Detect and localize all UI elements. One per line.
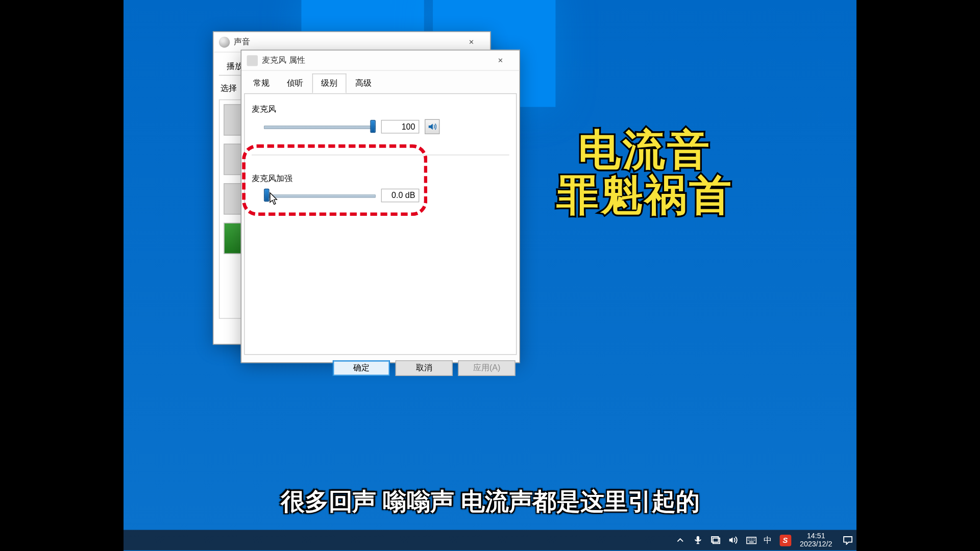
mic-boost-slider[interactable] [264, 190, 376, 202]
microphone-tray-icon[interactable] [693, 535, 703, 545]
levels-pane: 麦克风 100 [244, 93, 517, 355]
svg-rect-1 [712, 537, 718, 542]
mic-tabbar: 常规 侦听 级别 高级 [241, 71, 520, 93]
ok-button[interactable]: 确定 [333, 360, 390, 376]
tray-overflow-icon[interactable] [675, 535, 685, 545]
mic-level-label: 麦克风 [252, 104, 509, 115]
mic-title: 麦克风 属性 [262, 55, 487, 66]
mic-boost-label: 麦克风加强 [252, 173, 509, 185]
mic-titlebar[interactable]: 麦克风 属性 ✕ [241, 51, 520, 71]
touch-keyboard-icon[interactable] [746, 535, 756, 545]
annotation-text: 电流音 罪魁祸首 [539, 128, 750, 219]
microphone-properties-window: 麦克风 属性 ✕ 常规 侦听 级别 高级 麦克风 [240, 49, 520, 363]
mic-level-value[interactable]: 100 [381, 120, 419, 134]
clock[interactable]: 14:51 2023/12/2 [800, 532, 832, 548]
network-icon[interactable] [710, 535, 721, 545]
sogou-ime-icon[interactable]: S [779, 534, 791, 546]
close-icon[interactable]: ✕ [457, 32, 484, 51]
tab-levels[interactable]: 级别 [312, 73, 346, 93]
speaker-icon [427, 122, 437, 132]
volume-icon[interactable] [728, 535, 739, 545]
clock-date: 2023/12/2 [800, 540, 832, 548]
cancel-button[interactable]: 取消 [395, 360, 452, 376]
mic-boost-value[interactable]: 0.0 dB [381, 189, 419, 203]
sound-title: 声音 [234, 36, 457, 48]
annotation-line1: 电流音 [539, 128, 750, 173]
ime-indicator[interactable]: 中 [764, 534, 772, 546]
apply-button[interactable]: 应用(A) [458, 360, 515, 376]
tab-general[interactable]: 常规 [244, 73, 278, 93]
tab-listen[interactable]: 侦听 [278, 73, 312, 93]
dialog-buttons: 确定 取消 应用(A) [241, 355, 520, 376]
mic-level-slider[interactable] [264, 121, 376, 133]
sound-icon [219, 36, 230, 47]
video-subtitle: 很多回声 嗡嗡声 电流声都是这里引起的 [124, 486, 856, 518]
taskbar[interactable]: 中 S 14:51 2023/12/2 [124, 530, 856, 550]
clock-time: 14:51 [800, 532, 832, 540]
action-center-icon[interactable] [842, 535, 852, 545]
close-icon[interactable]: ✕ [486, 51, 513, 69]
svg-rect-0 [696, 536, 699, 541]
microphone-icon [247, 55, 257, 65]
tab-advanced[interactable]: 高级 [346, 73, 380, 93]
system-tray[interactable]: 中 S 14:51 2023/12/2 [675, 532, 852, 548]
annotation-line2: 罪魁祸首 [539, 173, 750, 218]
mute-button[interactable] [425, 119, 439, 134]
